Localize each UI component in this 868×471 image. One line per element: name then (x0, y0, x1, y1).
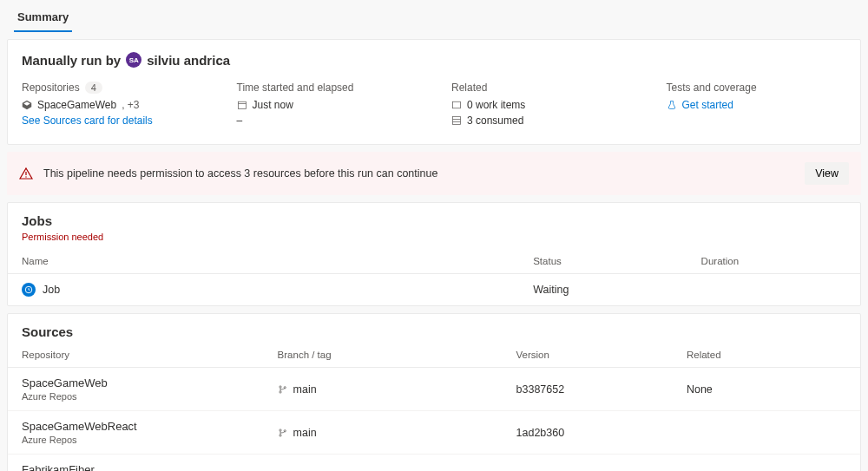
jobs-card: Jobs Permission needed Name Status Durat… (7, 202, 861, 306)
tests-label: Tests and coverage (667, 82, 847, 94)
permission-needed: Permission needed (8, 232, 860, 249)
col-tests: Tests and coverage Get started (667, 82, 847, 130)
flask-icon (667, 100, 677, 110)
source-version: b3387652 (503, 368, 673, 411)
tab-bar: Summary (0, 0, 868, 32)
svg-point-10 (279, 390, 280, 392)
source-branch: main (293, 383, 317, 396)
primary-repo: SpaceGameWeb (37, 99, 116, 111)
see-sources-link[interactable]: See Sources card for details (22, 114, 202, 127)
permission-alert: This pipeline needs permission to access… (7, 152, 861, 195)
jobs-col-duration: Duration (687, 249, 860, 274)
source-sub: Azure Repos (22, 391, 250, 402)
get-started-link[interactable]: Get started (682, 99, 733, 111)
source-version: 2455caae (503, 455, 673, 472)
job-duration (687, 274, 860, 306)
repositories-label: Repositories (22, 82, 80, 94)
col-repositories: Repositories 4 SpaceGameWeb , +3 See Sou… (22, 82, 202, 130)
branch-icon (278, 384, 288, 395)
job-status: Waiting (519, 274, 687, 306)
primary-repo-extra: , +3 (122, 99, 139, 111)
source-related (673, 411, 860, 455)
related-label: Related (451, 82, 632, 94)
source-name: SpaceGameWeb (22, 376, 250, 389)
table-row[interactable]: FabrikamFiberAzure Reposmain2455caae (8, 455, 860, 472)
table-row[interactable]: SpaceGameWebAzure Reposmainb3387652None (8, 368, 860, 411)
jobs-title: Jobs (8, 203, 860, 232)
sources-col-repo: Repository (8, 343, 264, 368)
repositories-count: 4 (85, 82, 102, 94)
time-elapsed: – (237, 114, 418, 127)
alert-text: This pipeline needs permission to access… (43, 167, 794, 180)
time-started: Just now (253, 99, 293, 111)
work-items-icon (451, 100, 462, 110)
run-header: Manually run by SA silviu andrica (22, 52, 846, 68)
svg-point-13 (279, 434, 280, 435)
sources-col-related: Related (673, 343, 860, 368)
sources-col-version: Version (503, 343, 673, 368)
clock-icon (22, 283, 36, 297)
source-sub: Azure Repos (22, 435, 250, 445)
sources-table: Repository Branch / tag Version Related … (8, 343, 860, 471)
sources-title: Sources (8, 314, 860, 343)
sources-card: Sources Repository Branch / tag Version … (7, 313, 861, 471)
svg-point-12 (279, 428, 280, 430)
source-name: FabrikamFiber (22, 463, 250, 471)
svg-point-7 (25, 176, 26, 177)
consumed-icon (451, 115, 462, 126)
svg-rect-3 (453, 117, 461, 125)
view-button[interactable]: View (805, 162, 849, 185)
svg-rect-0 (238, 101, 246, 108)
col-time: Time started and elapsed Just now – (237, 82, 418, 130)
warning-icon (19, 167, 33, 180)
source-related (673, 455, 860, 472)
branch-icon (278, 428, 288, 438)
run-user: silviu andrica (147, 53, 230, 68)
source-related: None (673, 368, 860, 411)
col-related: Related 0 work items 3 consumed (451, 82, 632, 130)
jobs-col-status: Status (519, 249, 687, 274)
jobs-col-name: Name (8, 249, 519, 274)
table-row[interactable]: SpaceGameWebReactAzure Reposmain1ad2b360 (8, 411, 860, 455)
consumed: 3 consumed (467, 114, 523, 127)
table-row[interactable]: JobWaiting (8, 274, 860, 306)
work-items: 0 work items (467, 99, 525, 111)
tab-summary[interactable]: Summary (14, 3, 72, 32)
source-version: 1ad2b360 (503, 411, 673, 455)
source-name: SpaceGameWebReact (22, 420, 250, 433)
svg-point-9 (279, 385, 280, 387)
jobs-table: Name Status Duration JobWaiting (8, 249, 860, 305)
svg-rect-2 (453, 101, 461, 108)
source-branch: main (293, 427, 317, 439)
job-name: Job (43, 284, 60, 296)
sources-col-branch: Branch / tag (264, 343, 503, 368)
time-label: Time started and elapsed (237, 82, 418, 94)
run-prefix: Manually run by (22, 53, 121, 68)
repo-icon (22, 100, 32, 110)
avatar: SA (126, 52, 141, 68)
calendar-icon (237, 100, 247, 110)
summary-card: Manually run by SA silviu andrica Reposi… (7, 39, 861, 145)
